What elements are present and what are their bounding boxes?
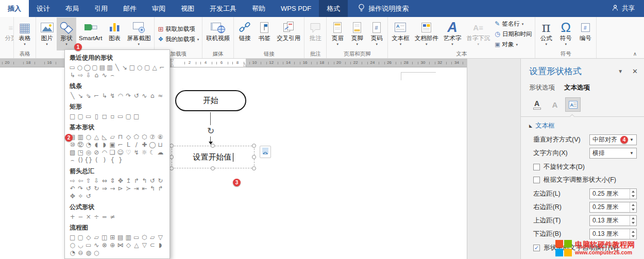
shape-item[interactable]: ⊳ — [116, 185, 125, 193]
shape-item[interactable]: □ — [69, 234, 77, 241]
spin-up-icon[interactable] — [630, 189, 636, 194]
right-indent-marker[interactable]: △ — [243, 63, 246, 67]
shape-item[interactable]: ⌂ — [148, 92, 157, 100]
selection-handle[interactable] — [252, 144, 256, 148]
checkbox[interactable] — [533, 164, 540, 170]
shape-item[interactable]: L — [125, 141, 133, 149]
ribbon-tab[interactable]: 布局 — [58, 0, 87, 17]
margin-spinbox[interactable]: 0.25 厘米 — [589, 202, 637, 213]
screenshot-button[interactable]: 屏幕截图▾ — [124, 18, 153, 50]
ribbon-tab[interactable]: 设计 — [29, 0, 58, 17]
shape-item[interactable]: ⌐ — [158, 64, 166, 72]
shape-item[interactable]: ▭ — [69, 64, 76, 72]
shape-item[interactable]: ▧ — [69, 149, 77, 157]
shape-item[interactable]: ◡ — [77, 241, 85, 249]
spin-down-icon[interactable] — [630, 234, 636, 239]
shape-item[interactable]: ⌢ — [69, 157, 77, 164]
shape-item[interactable]: ▭ — [84, 113, 93, 120]
chart-button[interactable]: 图表 — [105, 18, 124, 50]
shape-item[interactable]: ↰ — [141, 177, 149, 185]
object-button[interactable]: ▣对象▾ — [495, 41, 532, 48]
spin-down-icon[interactable] — [630, 194, 636, 199]
bookmark-button[interactable]: 书签 — [255, 18, 274, 50]
shape-item[interactable]: ✥ — [116, 177, 125, 185]
ribbon-tab[interactable]: 邮件 — [115, 0, 144, 17]
shape-item[interactable]: ▱ — [93, 234, 101, 241]
shape-item[interactable]: ▥ — [125, 234, 133, 241]
shape-item[interactable]: △ — [151, 64, 159, 72]
shape-item[interactable]: ▢ — [77, 234, 85, 241]
shape-item[interactable]: ⑫ — [77, 141, 85, 149]
shape-item[interactable]: ◇ — [125, 133, 133, 141]
shape-item[interactable]: × — [84, 213, 93, 221]
shape-item[interactable]: ↳ — [100, 92, 109, 100]
collapse-ribbon-icon[interactable]: ∧ — [633, 51, 637, 57]
shape-item[interactable]: ▽ — [157, 234, 165, 241]
shape-item[interactable]: ∿ — [93, 241, 101, 249]
shape-item[interactable]: ◗ — [157, 241, 165, 249]
selection-handle[interactable] — [170, 166, 174, 170]
shape-item[interactable]: ◠ — [100, 149, 109, 157]
shape-item[interactable]: ◔ — [84, 141, 93, 149]
shape-item[interactable]: ◔ — [69, 249, 77, 257]
shape-item[interactable]: ⌐ — [116, 141, 125, 149]
hanging-indent-marker[interactable]: △ — [171, 63, 174, 67]
shape-item[interactable]: ∿ — [141, 92, 149, 100]
shape-item[interactable]: ○ — [76, 64, 84, 72]
shape-item[interactable]: ⇩ — [93, 177, 101, 185]
shape-item[interactable]: } — [116, 157, 125, 164]
shape-item[interactable]: ◺ — [100, 133, 109, 141]
shape-item[interactable]: ▽ — [141, 241, 149, 249]
comment-button[interactable]: 批注 — [306, 18, 325, 50]
shape-item[interactable]: ▭ — [116, 113, 125, 120]
shape-item[interactable]: ⊂ — [148, 241, 157, 249]
shape-item[interactable]: ◇ — [84, 234, 93, 241]
symbol-button[interactable]: Ω符号▾ — [556, 18, 575, 50]
flowchart-terminator-shape[interactable]: 开始 — [175, 90, 246, 111]
shape-item[interactable]: ) — [100, 157, 109, 164]
selection-handle[interactable] — [252, 166, 256, 170]
shape-item[interactable]: ↯ — [109, 92, 117, 100]
text-effects-icon[interactable]: A — [547, 97, 563, 112]
layout-options-button[interactable] — [260, 146, 271, 158]
shape-item[interactable]: ▱ — [148, 234, 157, 241]
shape-item[interactable]: ⊗ — [100, 241, 109, 249]
selection-handle[interactable] — [170, 155, 174, 159]
margin-spinbox[interactable]: 0.13 厘米 — [589, 215, 637, 226]
shape-item[interactable]: ◻ — [100, 113, 109, 120]
shape-item[interactable]: ⊕ — [109, 241, 117, 249]
shape-item[interactable]: ≠ — [109, 213, 117, 221]
shape-item[interactable]: ⑧ — [157, 133, 165, 141]
shape-item[interactable]: ⊘ — [93, 149, 101, 157]
cross-reference-button[interactable]: 交叉引用 — [274, 18, 303, 50]
ribbon-tab[interactable]: 帮助 — [244, 0, 273, 17]
selection-handle[interactable] — [211, 144, 215, 148]
shape-item[interactable]: ▢ — [91, 64, 99, 72]
shape-item[interactable]: ❏ — [109, 149, 117, 157]
numbering-button[interactable]: #编号 — [575, 18, 595, 50]
shape-item[interactable]: ▭ — [132, 234, 141, 241]
shape-item[interactable]: ↶ — [69, 185, 77, 193]
checkbox[interactable]: ✓ — [533, 245, 540, 251]
shape-item[interactable]: □ — [128, 64, 136, 72]
shape-item[interactable]: ⌐ — [93, 92, 101, 100]
shape-item[interactable]: ✚ — [141, 141, 149, 149]
shape-item[interactable]: ◯ — [148, 141, 157, 149]
shape-item[interactable]: () — [77, 157, 85, 164]
shape-item[interactable]: ◎ — [84, 149, 93, 157]
shape-item[interactable]: ☾ — [148, 149, 157, 157]
shape-item[interactable]: ▥ — [106, 64, 114, 72]
shape-item[interactable]: ⇒ — [100, 185, 109, 193]
shape-item[interactable]: ╲ — [113, 64, 121, 72]
header-button[interactable]: 页眉▾ — [328, 18, 347, 50]
textbox-layout-icon[interactable]: A — [565, 97, 581, 112]
flowchart-process-shape[interactable]: 设置开始值 — [172, 146, 255, 168]
shape-item[interactable]: ⇕ — [109, 177, 117, 185]
shape-item[interactable]: ↘ — [77, 92, 85, 100]
shape-item[interactable]: ▤ — [116, 234, 125, 241]
shape-item[interactable]: ↳ — [69, 72, 77, 79]
ribbon-tab[interactable]: 插入 — [0, 0, 29, 17]
spin-up-icon[interactable] — [630, 202, 636, 208]
shape-item[interactable]: □ — [132, 113, 141, 120]
shape-item[interactable]: ⌢ — [109, 72, 117, 79]
